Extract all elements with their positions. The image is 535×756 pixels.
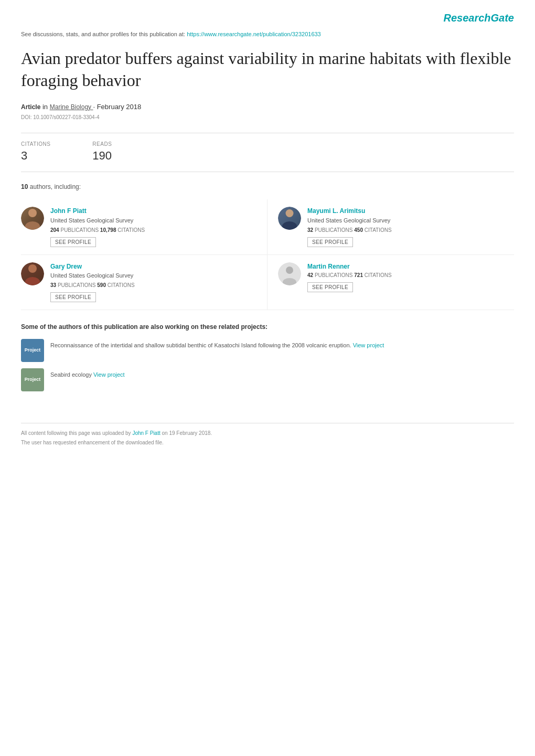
gary-citations: 590 [97,282,106,288]
reads-value: 190 [92,148,112,164]
article-title: Avian predator buffers against variabili… [21,48,514,91]
author-institution-piatt: United States Geological Survey [50,217,145,225]
related-projects-heading: Some of the authors of this publication … [21,323,514,332]
researchgate-logo: ResearchGate [21,10,514,25]
see-profile-button-piatt[interactable]: SEE PROFILE [50,237,96,247]
citations-label: CITATIONS [21,141,50,148]
project-text-2: Seabird ecology View project [50,368,125,379]
reads-block: READS 190 [92,141,112,164]
project-description-2: Seabird ecology [50,371,92,378]
renner-citations-label: CITATIONS [365,272,392,278]
project-badge-1: Project [21,339,44,362]
project-text-1: Reconnaissance of the intertidal and sha… [50,339,384,350]
author-name-gary[interactable]: Gary Drew [50,262,135,271]
article-date: · [93,103,97,111]
author-info-gary: Gary Drew United States Geological Surve… [50,262,135,302]
author-stats-piatt: 204 PUBLICATIONS 10,798 CITATIONS [50,227,145,234]
piatt-citations-label: CITATIONS [117,227,145,233]
project-link-1[interactable]: View project [353,342,384,348]
page-footer: All content following this page was uplo… [21,423,514,446]
avatar-renner [278,262,301,285]
authors-grid: John F Piatt United States Geological Su… [21,199,514,310]
authors-heading: 10 authors, including: [21,183,514,191]
journal-link[interactable]: Marine Biology [50,103,93,111]
avatar-piatt [21,207,44,230]
author-stats-gary: 33 PUBLICATIONS 590 CITATIONS [50,282,135,289]
stats-row: CITATIONS 3 READS 190 [21,141,514,172]
author-card-piatt: John F Piatt United States Geological Su… [21,199,268,254]
author-institution-mayumi: United States Geological Survey [307,217,392,225]
piatt-publications: 204 [50,227,59,233]
citations-block: CITATIONS 3 [21,141,50,164]
renner-publications: 42 [307,272,313,278]
gary-publications: 33 [50,282,56,288]
author-info-renner: Martin Renner 42 PUBLICATIONS 721 CITATI… [307,262,392,293]
project-badge-2: Project [21,368,44,391]
project-link-2[interactable]: View project [93,371,125,378]
piatt-publications-label: PUBLICATIONS [60,227,100,233]
gary-citations-label: CITATIONS [108,282,135,288]
mayumi-publications: 32 [307,227,313,233]
divider-1 [21,133,514,133]
author-institution-gary: United States Geological Survey [50,272,135,280]
author-stats-mayumi: 32 PUBLICATIONS 450 CITATIONS [307,227,392,234]
project-badge-label-2: Project [25,376,41,383]
see-profile-button-mayumi[interactable]: SEE PROFILE [307,237,353,247]
article-date-value: February 2018 [97,103,142,111]
renner-citations: 721 [354,272,363,278]
doi-line: DOI: 10.1007/s00227-018-3304-4 [21,114,514,121]
project-description-1: Reconnaissance of the intertidal and sha… [50,342,351,348]
article-type-label: Article [21,103,40,111]
authors-count: 10 [21,183,28,190]
article-in-label: in [42,103,50,111]
brand-name: ResearchGate [443,12,514,24]
renner-publications-label: PUBLICATIONS [315,272,354,278]
mayumi-citations-label: CITATIONS [365,227,392,233]
see-profile-button-renner[interactable]: SEE PROFILE [307,282,353,292]
author-name-renner[interactable]: Martin Renner [307,262,392,271]
citations-value: 3 [21,148,50,164]
publication-url[interactable]: https://www.researchgate.net/publication… [187,31,321,37]
author-name-mayumi[interactable]: Mayumi L. Arimitsu [307,207,392,216]
project-item-1: Project Reconnaissance of the intertidal… [21,339,514,362]
author-name-piatt[interactable]: John F Piatt [50,207,145,216]
footer-upload-line: All content following this page was uplo… [21,430,514,437]
article-meta: Article in Marine Biology · February 201… [21,102,514,112]
reads-label: READS [92,141,112,148]
mayumi-publications-label: PUBLICATIONS [315,227,354,233]
see-profile-button-gary[interactable]: SEE PROFILE [50,292,96,302]
authors-heading-text: authors, including: [30,183,81,190]
see-discussions-text: See discussions, stats, and author profi… [21,31,185,37]
avatar-mayumi [278,207,301,230]
gary-publications-label: PUBLICATIONS [58,282,97,288]
footer-upload-prefix: All content following this page was uplo… [21,430,131,436]
author-info-mayumi: Mayumi L. Arimitsu United States Geologi… [307,207,392,247]
author-card-renner: Martin Renner 42 PUBLICATIONS 721 CITATI… [268,255,514,310]
footer-upload-date: on 19 February 2018. [162,430,212,436]
author-info-piatt: John F Piatt United States Geological Su… [50,207,145,247]
author-card-mayumi: Mayumi L. Arimitsu United States Geologi… [268,199,514,254]
journal-name: Marine Biology [50,103,91,111]
footer-enhancement-note: The user has requested enhancement of th… [21,439,514,446]
author-stats-renner: 42 PUBLICATIONS 721 CITATIONS [307,272,392,279]
see-discussions-bar: See discussions, stats, and author profi… [21,30,514,38]
page-wrapper: ResearchGate See discussions, stats, and… [0,0,535,470]
project-badge-label-1: Project [25,347,41,354]
footer-uploader-link[interactable]: John F Piatt [132,430,160,436]
avatar-gary [21,262,44,285]
author-card-gary: Gary Drew United States Geological Surve… [21,255,268,310]
piatt-citations: 10,798 [100,227,116,233]
mayumi-citations: 450 [354,227,363,233]
project-item-2: Project Seabird ecology View project [21,368,514,391]
